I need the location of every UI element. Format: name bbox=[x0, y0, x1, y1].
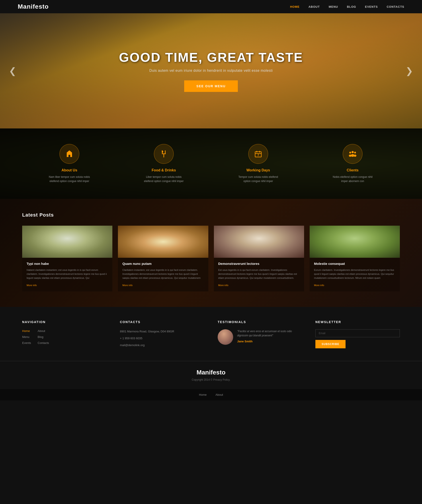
nav-menu[interactable]: MENU bbox=[329, 5, 338, 8]
post-title-1: Typi non habe bbox=[27, 262, 108, 265]
breadcrumb-nav: Home About bbox=[0, 389, 422, 400]
footer-logo: Manifesto bbox=[22, 369, 400, 376]
footer-phone: + 1 959 603 6035 bbox=[120, 336, 204, 341]
svg-rect-5 bbox=[162, 152, 163, 152]
post-card-3: Demonstraverunt lectores Est usus legent… bbox=[214, 226, 304, 291]
footer-nav-contacts[interactable]: Contacts bbox=[38, 341, 49, 345]
post-img-salad2 bbox=[310, 226, 400, 258]
footer-nav-title: NAVIGATION bbox=[22, 320, 107, 324]
nav-contacts[interactable]: CONTACTS bbox=[387, 5, 404, 8]
feature-clients: Clients Nobis eleifend option congue nih… bbox=[330, 144, 375, 183]
breadcrumb-about[interactable]: About bbox=[215, 393, 223, 396]
posts-grid: Typi non habe Habent claritatem instante… bbox=[22, 226, 400, 291]
svg-rect-8 bbox=[257, 151, 257, 153]
see-menu-button[interactable]: SEE OUR MENU bbox=[184, 80, 238, 92]
post-text-3: Est usus legentis in is qui facit eorum … bbox=[218, 268, 300, 280]
testimonial-body: "Facilisi at vero eros et accumsan et iu… bbox=[237, 329, 302, 343]
more-info-3[interactable]: More info bbox=[218, 284, 228, 287]
footer-nav-home[interactable]: Home bbox=[22, 329, 31, 333]
post-text-1: Habent claritatem instantem; est usus le… bbox=[27, 268, 108, 280]
hero-next-arrow[interactable]: ❯ bbox=[403, 64, 415, 78]
footer-copyright: Copyright 2014 © Privacy Policy. bbox=[22, 378, 400, 381]
post-content-1: Typi non habe Habent claritatem instante… bbox=[22, 258, 112, 291]
feature-clients-title: Clients bbox=[330, 168, 375, 172]
footer-nav-menu[interactable]: Menu bbox=[22, 335, 31, 339]
svg-rect-1 bbox=[165, 150, 165, 153]
post-title-2: Quam nunc putam bbox=[122, 262, 204, 265]
footer-nav-about[interactable]: About bbox=[38, 329, 49, 333]
feature-food-drinks: Food & Drinks Liber tempor cum soluta no… bbox=[142, 144, 186, 183]
svg-rect-3 bbox=[164, 154, 164, 157]
breadcrumb-home[interactable]: Home bbox=[199, 393, 207, 396]
about-us-icon bbox=[59, 144, 79, 164]
footer-navigation: NAVIGATION Home Menu Events About Blog C… bbox=[22, 320, 107, 350]
testimonial-avatar bbox=[218, 329, 233, 345]
post-title-3: Demonstraverunt lectores bbox=[218, 262, 300, 265]
svg-rect-9 bbox=[259, 151, 260, 153]
svg-text:7: 7 bbox=[257, 154, 259, 157]
latest-posts-title: Latest Posts bbox=[22, 212, 400, 218]
hero-prev-arrow[interactable]: ❮ bbox=[7, 64, 19, 78]
post-image-2 bbox=[118, 226, 208, 258]
post-card-1: Typi non habe Habent claritatem instante… bbox=[22, 226, 112, 291]
svg-point-16 bbox=[349, 155, 352, 157]
post-text-2: Claritatem instantem; est usus legentis … bbox=[122, 268, 204, 280]
footer-top: NAVIGATION Home Menu Events About Blog C… bbox=[0, 307, 422, 361]
post-image-3 bbox=[214, 226, 304, 258]
footer-nav-col2: About Blog Contacts bbox=[38, 329, 49, 347]
feature-working-days: 7 Working Days Tempor cum soluta nobis e… bbox=[236, 144, 280, 183]
footer-contacts-title: CONTACTS bbox=[120, 320, 204, 324]
nav-home[interactable]: HOME bbox=[290, 5, 300, 8]
post-card-2: Quam nunc putam Claritatem instantem; es… bbox=[118, 226, 208, 291]
nav-about[interactable]: ABOUT bbox=[309, 5, 320, 8]
feature-working-text: Tempor cum soluta nobis eleifend option … bbox=[236, 175, 280, 183]
feature-about-us: About Us Nam liber tempor cum soluta nob… bbox=[47, 144, 92, 183]
footer-newsletter: NEWSLETTER SUBSCRIBE bbox=[315, 320, 400, 350]
feature-food-title: Food & Drinks bbox=[142, 168, 186, 172]
more-info-2[interactable]: More info bbox=[122, 284, 133, 287]
svg-point-17 bbox=[354, 155, 356, 157]
feature-working-title: Working Days bbox=[236, 168, 280, 172]
newsletter-email-input[interactable] bbox=[315, 329, 400, 337]
post-content-4: Molestie consequat Eorum claritatem. Inv… bbox=[310, 258, 400, 291]
main-nav: HOME ABOUT MENU BLOG EVENTS CONTACTS bbox=[290, 5, 404, 8]
footer-nav-links: Home Menu Events About Blog Contacts bbox=[22, 329, 107, 347]
site-header: Manifesto HOME ABOUT MENU BLOG EVENTS CO… bbox=[0, 0, 422, 13]
hero-content: GOOD TIME, GREAT TASTE Duis autem vel eu… bbox=[119, 50, 303, 92]
more-info-1[interactable]: More info bbox=[27, 284, 37, 287]
nav-blog[interactable]: BLOG bbox=[347, 5, 356, 8]
post-content-2: Quam nunc putam Claritatem instantem; es… bbox=[118, 258, 208, 291]
working-days-icon: 7 bbox=[248, 144, 268, 164]
footer-email: mail@demolink.org bbox=[120, 343, 204, 348]
post-text-4: Eorum claritatem. Investigationes demons… bbox=[314, 268, 395, 280]
svg-point-13 bbox=[349, 152, 351, 153]
hero-subtitle: Duis autem vel eum iriure dolor in hendr… bbox=[119, 69, 303, 73]
subscribe-button[interactable]: SUBSCRIBE bbox=[315, 340, 346, 348]
testimonial-quote: "Facilisi at vero eros et accumsan et iu… bbox=[237, 329, 302, 338]
features-section: About Us Nam liber tempor cum soluta nob… bbox=[0, 128, 422, 199]
testimonial-name: Jane Smith bbox=[237, 340, 302, 343]
svg-rect-6 bbox=[162, 151, 163, 152]
latest-posts-section: Latest Posts Typi non habe Habent clarit… bbox=[0, 199, 422, 307]
feature-clients-text: Nobis eleifend option congue nihil imper… bbox=[330, 175, 375, 183]
clients-icon bbox=[343, 144, 363, 164]
site-logo: Manifesto bbox=[18, 3, 49, 10]
feature-about-text: Nam liber tempor cum soluta nobis eleife… bbox=[47, 175, 92, 183]
post-card-4: Molestie consequat Eorum claritatem. Inv… bbox=[310, 226, 400, 291]
footer-nav-col1: Home Menu Events bbox=[22, 329, 31, 347]
footer-contacts: CONTACTS 8901 Marmora Road, Glasgow, D04… bbox=[120, 320, 204, 350]
post-img-plated bbox=[214, 226, 304, 258]
footer-bottom: Manifesto Copyright 2014 © Privacy Polic… bbox=[0, 361, 422, 389]
footer-nav-events[interactable]: Events bbox=[22, 341, 31, 345]
more-info-4[interactable]: More info bbox=[314, 284, 324, 287]
nav-events[interactable]: EVENTS bbox=[365, 5, 378, 8]
footer-testimonials-title: TESTIMONIALS bbox=[218, 320, 302, 324]
hero-title: GOOD TIME, GREAT TASTE bbox=[119, 50, 303, 65]
footer-address: 8901 Marmora Road, Glasgow, D04 89GR bbox=[120, 329, 204, 334]
post-title-4: Molestie consequat bbox=[314, 262, 395, 265]
post-content-3: Demonstraverunt lectores Est usus legent… bbox=[214, 258, 304, 291]
feature-about-title: About Us bbox=[47, 168, 92, 172]
post-img-salad bbox=[22, 226, 112, 258]
footer-testimonials: TESTIMONIALS "Facilisi at vero eros et a… bbox=[218, 320, 302, 350]
footer-nav-blog[interactable]: Blog bbox=[38, 335, 49, 339]
